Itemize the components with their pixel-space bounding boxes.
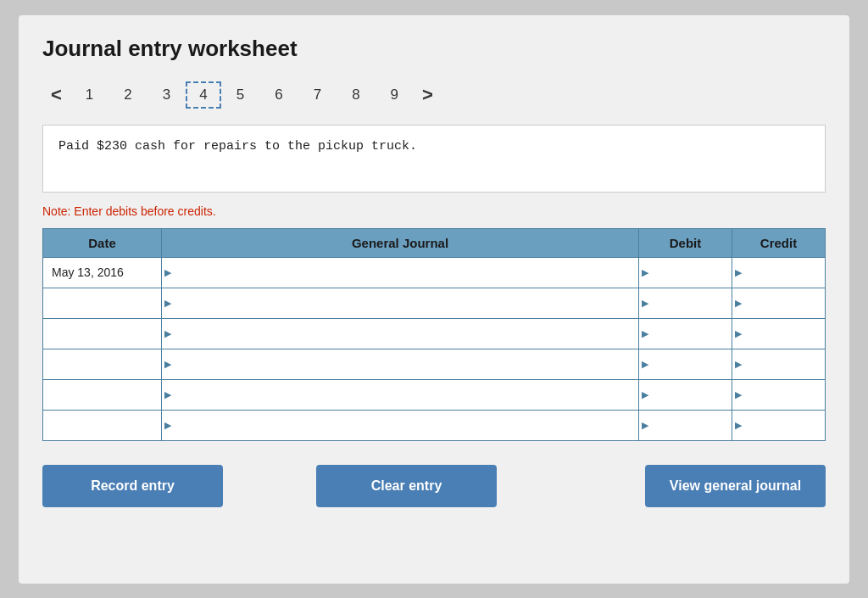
prev-arrow[interactable]: <	[42, 79, 70, 111]
worksheet-container: Journal entry worksheet < 1 2 3 4 5 6 7 …	[19, 15, 849, 584]
debit-cell-4[interactable]	[639, 349, 732, 379]
gj-input-2[interactable]	[162, 288, 638, 318]
gj-input-3[interactable]	[162, 319, 638, 349]
debit-cell-1[interactable]	[639, 257, 732, 288]
debit-cell-5[interactable]	[639, 379, 732, 410]
debit-cell-2[interactable]	[639, 288, 732, 318]
col-header-gj: General Journal	[162, 228, 639, 257]
next-arrow[interactable]: >	[414, 79, 442, 111]
table-row	[43, 410, 826, 440]
buttons-row: Record entry Clear entry View general jo…	[42, 465, 826, 507]
description-text: Paid $230 cash for repairs to the pickup…	[58, 139, 417, 154]
credit-cell-2[interactable]	[732, 288, 826, 318]
table-row	[43, 379, 826, 410]
debit-cell-3[interactable]	[639, 318, 732, 349]
table-row: May 13, 2016	[43, 257, 826, 288]
credit-cell-6[interactable]	[732, 410, 826, 440]
gj-input-4[interactable]	[162, 349, 638, 379]
credit-cell-5[interactable]	[732, 379, 826, 410]
gj-input-1[interactable]	[162, 258, 638, 288]
gj-cell-5[interactable]	[162, 379, 639, 410]
credit-input-1[interactable]	[732, 258, 825, 288]
page-7[interactable]: 7	[298, 81, 337, 109]
date-cell-3	[43, 318, 162, 349]
table-row	[43, 318, 826, 349]
credit-input-5[interactable]	[732, 380, 825, 410]
date-cell-6	[43, 410, 162, 440]
table-row	[43, 288, 826, 318]
gj-input-6[interactable]	[162, 411, 638, 440]
credit-input-6[interactable]	[732, 411, 825, 440]
debit-input-6[interactable]	[639, 411, 732, 440]
description-box: Paid $230 cash for repairs to the pickup…	[42, 125, 826, 193]
page-8[interactable]: 8	[337, 81, 375, 109]
gj-cell-6[interactable]	[162, 410, 639, 440]
debit-cell-6[interactable]	[639, 410, 732, 440]
col-header-credit: Credit	[732, 228, 826, 257]
page-3[interactable]: 3	[147, 81, 186, 109]
page-6[interactable]: 6	[259, 81, 298, 109]
credit-cell-1[interactable]	[732, 257, 826, 288]
journal-table: Date General Journal Debit Credit May 13…	[42, 228, 826, 441]
date-cell-2	[43, 288, 162, 318]
gj-cell-4[interactable]	[162, 349, 639, 379]
table-header-row: Date General Journal Debit Credit	[43, 228, 826, 257]
date-cell-4	[43, 349, 162, 379]
gj-input-5[interactable]	[162, 380, 638, 410]
gj-cell-2[interactable]	[162, 288, 639, 318]
debit-input-3[interactable]	[639, 319, 732, 349]
credit-cell-3[interactable]	[732, 318, 826, 349]
clear-entry-button[interactable]: Clear entry	[316, 465, 497, 507]
col-header-debit: Debit	[639, 228, 732, 257]
table-row	[43, 349, 826, 379]
page-4[interactable]: 4	[186, 81, 220, 109]
debit-input-4[interactable]	[639, 349, 732, 379]
note-text: Note: Enter debits before credits.	[42, 204, 826, 218]
page-9[interactable]: 9	[376, 81, 414, 109]
debit-input-1[interactable]	[639, 258, 732, 288]
credit-input-4[interactable]	[732, 349, 825, 379]
record-entry-button[interactable]: Record entry	[42, 465, 223, 507]
gj-cell-1[interactable]	[162, 257, 639, 288]
debit-input-5[interactable]	[639, 380, 732, 410]
date-cell-5	[43, 379, 162, 410]
view-general-journal-button[interactable]: View general journal	[645, 465, 826, 507]
pagination: < 1 2 3 4 5 6 7 8 9 >	[42, 79, 826, 111]
page-2[interactable]: 2	[108, 81, 147, 109]
debit-input-2[interactable]	[639, 288, 732, 318]
credit-input-2[interactable]	[732, 288, 825, 318]
credit-input-3[interactable]	[732, 319, 825, 349]
date-cell-1: May 13, 2016	[43, 257, 162, 288]
page-5[interactable]: 5	[221, 81, 259, 109]
page-1[interactable]: 1	[70, 81, 108, 109]
col-header-date: Date	[43, 228, 162, 257]
page-title: Journal entry worksheet	[42, 36, 826, 62]
gj-cell-3[interactable]	[162, 318, 639, 349]
credit-cell-4[interactable]	[732, 349, 826, 379]
